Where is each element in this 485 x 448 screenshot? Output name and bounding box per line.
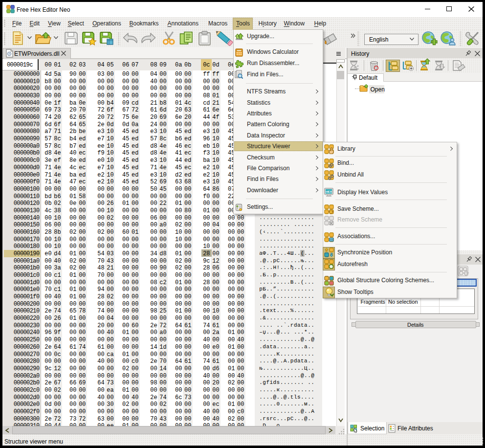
svg-text:HEX: HEX xyxy=(326,190,332,193)
